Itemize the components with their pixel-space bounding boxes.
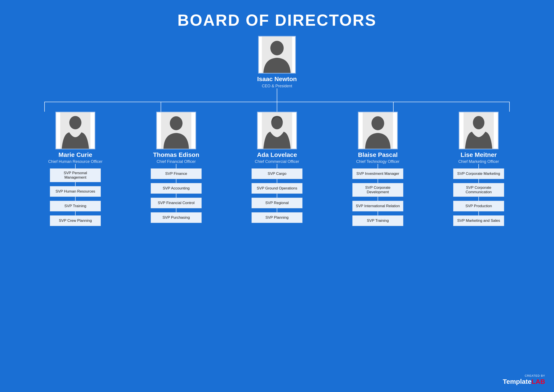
drop2 <box>161 102 161 112</box>
svp-vline <box>378 164 378 168</box>
title-marie-curie: Chief Human Resource Officer <box>48 159 103 164</box>
svp-item: SVP Regional <box>252 198 302 208</box>
svp-item: SVP Ground Operations <box>252 183 302 194</box>
level2-cards: Marie Curie Chief Human Resource Officer… <box>33 112 521 226</box>
svp-connector <box>277 194 277 198</box>
svp-connector <box>478 211 479 215</box>
avatar-blaise-pascal <box>358 112 398 149</box>
svp-item: SVP Finance <box>151 168 202 179</box>
svp-item: SVP Investment Manager <box>352 168 403 179</box>
svp-item: SVP Cargo <box>252 168 302 179</box>
svp-item: SVP Human Resources <box>50 186 101 197</box>
drop5 <box>509 102 510 112</box>
svp-item: SVP Training <box>50 201 101 211</box>
svp-item: SVP Training <box>352 215 403 226</box>
svp-connector <box>478 179 479 183</box>
svp-item: SVP Marketing and Sales <box>453 215 504 226</box>
svp-vline <box>277 164 277 168</box>
svp-connector <box>277 179 277 183</box>
svp-item: SVP Accounting <box>151 183 202 194</box>
svp-item: SVP Financial Control <box>151 198 202 208</box>
name-thomas-edison: Thomas Edison <box>153 151 199 159</box>
name-lise-meitner: Lise Meitner <box>461 151 497 159</box>
page-title: BOARD OF DIRECTORS <box>0 0 554 36</box>
svp-item: SVP Corporate Marketing <box>453 168 504 179</box>
svp-connector <box>75 211 76 215</box>
card-ada-lovelace: Ada Lovelace Chief Commercial Officer SV… <box>235 112 319 226</box>
ceo-vline <box>277 88 277 102</box>
avatar-ada-lovelace <box>257 112 297 149</box>
card-blaise-pascal: Blaise Pascal Chief Technology Officer S… <box>336 112 420 226</box>
card-thomas-edison: Thomas Edison Chief Financial Officer SV… <box>134 112 218 226</box>
avatar-thomas-edison <box>156 112 196 149</box>
watermark-created-by: CREATED BY <box>525 374 545 377</box>
svp-item: SVP Corporate Communication <box>453 183 504 197</box>
svp-connector <box>378 179 378 183</box>
drop1 <box>44 102 45 112</box>
ceo-level: Isaac Newton CEO & President <box>257 36 297 88</box>
avatar-lise-meitner <box>459 112 499 149</box>
svp-connector <box>176 208 176 212</box>
avatar-marie-curie <box>56 112 95 149</box>
svp-list-blaise-pascal: SVP Investment Manager SVP Corporate Dev… <box>349 164 407 226</box>
svp-connector <box>478 197 479 201</box>
svp-vline <box>75 164 76 168</box>
org-chart: Isaac Newton CEO & President <box>0 36 554 226</box>
drop3 <box>277 102 277 112</box>
svp-vline <box>176 164 176 168</box>
ceo-card: Isaac Newton CEO & President <box>257 36 297 88</box>
name-ada-lovelace: Ada Lovelace <box>257 151 297 159</box>
svp-connector <box>75 197 76 201</box>
svp-list-thomas-edison: SVP Finance SVP Accounting SVP Financial… <box>147 164 205 223</box>
svp-vline <box>478 164 479 168</box>
svp-list-ada-lovelace: SVP Cargo SVP Ground Operations SVP Regi… <box>248 164 306 223</box>
title-lise-meitner: Chief Marketing Officer <box>458 159 499 164</box>
card-lise-meitner: Lise Meitner Chief Marketing Officer SVP… <box>436 112 521 226</box>
svp-item: SVP Purchasing <box>151 212 202 223</box>
name-marie-curie: Marie Curie <box>58 151 92 159</box>
svp-item: SVP Planning <box>252 212 302 223</box>
svp-connector <box>176 194 176 198</box>
svg-point-6 <box>69 116 82 129</box>
svp-connector <box>176 179 176 183</box>
title-thomas-edison: Chief Financial Officer <box>157 159 196 164</box>
svg-point-14 <box>473 116 484 129</box>
drop4 <box>393 102 393 112</box>
name-blaise-pascal: Blaise Pascal <box>358 151 398 159</box>
watermark: CREATED BY TemplateLAB <box>503 374 545 385</box>
title-ada-lovelace: Chief Commercial Officer <box>255 159 299 164</box>
svp-item: SVP International Relation <box>352 201 403 211</box>
svg-point-8 <box>170 116 182 130</box>
svg-point-12 <box>372 116 384 130</box>
watermark-lab: LAB <box>531 378 545 385</box>
ceo-title: CEO & President <box>262 84 292 88</box>
svp-connector <box>75 182 76 186</box>
watermark-logo: TemplateLAB <box>503 378 545 385</box>
card-marie-curie: Marie Curie Chief Human Resource Officer… <box>33 112 118 226</box>
svp-item: SVP Crew Planning <box>50 215 101 226</box>
ceo-avatar <box>258 36 296 74</box>
svp-connector <box>378 197 378 201</box>
ceo-name: Isaac Newton <box>257 75 297 83</box>
svg-point-4 <box>270 41 284 56</box>
svp-item: SVP Production <box>453 201 504 211</box>
svp-list-lise-meitner: SVP Corporate Marketing SVP Corporate Co… <box>450 164 507 226</box>
svp-connector <box>277 208 277 212</box>
title-blaise-pascal: Chief Technology Officer <box>356 159 399 164</box>
page: BOARD OF DIRECTORS Isaac Newton CEO & Pr… <box>0 0 554 392</box>
svp-item: SVP Personal Management <box>50 168 101 182</box>
svp-item: SVP Corporate Development <box>352 183 403 197</box>
svp-list-marie-curie: SVP Personal Management SVP Human Resour… <box>47 164 104 226</box>
svp-connector <box>378 211 378 215</box>
